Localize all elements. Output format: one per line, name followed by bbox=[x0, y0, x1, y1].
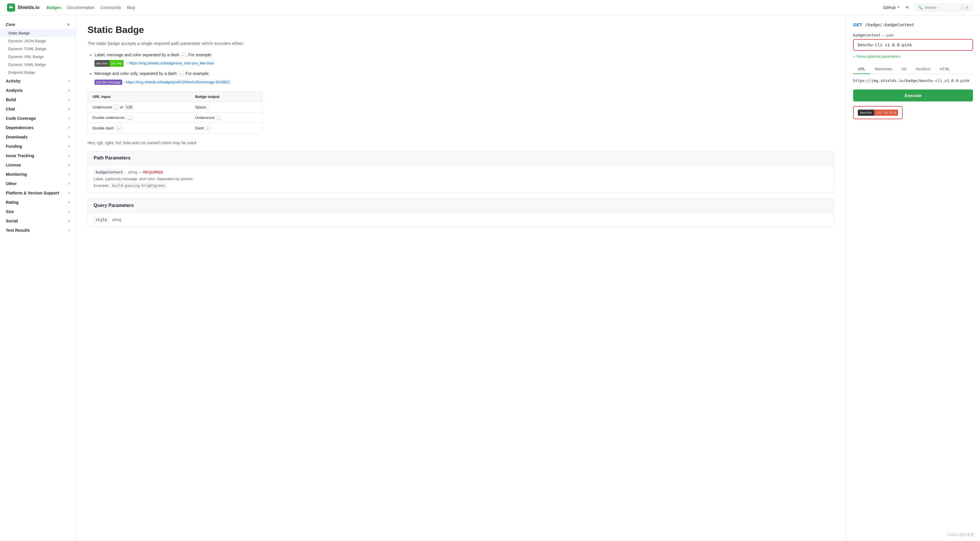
tab-html[interactable]: HTML bbox=[935, 64, 955, 74]
header-right: GitHub ↗ ☀ 🔍 / K bbox=[883, 4, 973, 11]
search-input[interactable] bbox=[924, 5, 959, 10]
k-kbd: K bbox=[965, 5, 970, 10]
param-name-badge-content: badgeContent bbox=[94, 169, 125, 175]
show-optional-btn[interactable]: + Show optional parameters bbox=[853, 54, 973, 59]
chevron-right-icon: › bbox=[68, 98, 70, 102]
table-row: Double dash -- Dash - bbox=[88, 123, 262, 133]
sidebar-item-dynamic-xml[interactable]: Dynamic XML Badge bbox=[0, 53, 76, 60]
endpoint-path: /badge/:badgeContent bbox=[865, 22, 915, 27]
sidebar-monitoring-section[interactable]: Monitoring › bbox=[0, 170, 76, 179]
sidebar-dependencies-section[interactable]: Dependencies › bbox=[0, 123, 76, 132]
sidebar-activity-section[interactable]: Activity › bbox=[0, 76, 76, 86]
badge-example-2: just the message bbox=[94, 79, 122, 85]
sidebar-issue-tracking-section[interactable]: Issue Tracking › bbox=[0, 151, 76, 160]
main-content: Static Badge The static badge accepts a … bbox=[76, 15, 846, 541]
github-link[interactable]: GitHub ↗ bbox=[883, 5, 899, 10]
sidebar-item-dynamic-toml[interactable]: Dynamic TOML Badge bbox=[0, 45, 76, 53]
sidebar-core-section[interactable]: Core ∨ bbox=[0, 20, 76, 29]
sidebar-downloads-section[interactable]: Downloads › bbox=[0, 132, 76, 142]
query-params-header: Query Parameters bbox=[88, 199, 834, 213]
query-params-body: style string bbox=[88, 213, 834, 227]
chevron-right-icon: › bbox=[68, 107, 70, 111]
sidebar-license-section[interactable]: License › bbox=[0, 160, 76, 170]
chevron-right-icon: › bbox=[68, 172, 70, 176]
sidebar: Core ∨ Static Badge Dynamic JSON Badge D… bbox=[0, 15, 76, 541]
theme-toggle[interactable]: ☀ bbox=[904, 5, 910, 11]
required-badge: REQUIRED bbox=[143, 170, 163, 174]
badge-result-right: cli v1.0.0 bbox=[874, 109, 898, 116]
example-link-1[interactable]: https://img.shields.io/badge/any_text-yo… bbox=[129, 61, 214, 65]
svg-rect-1 bbox=[10, 7, 13, 8]
nav-blog[interactable]: Blog bbox=[127, 5, 135, 10]
layout: Core ∨ Static Badge Dynamic JSON Badge D… bbox=[0, 15, 980, 541]
sidebar-funding-section[interactable]: Funding › bbox=[0, 142, 76, 151]
sidebar-build-section[interactable]: Build › bbox=[0, 95, 76, 104]
tab-asciidoc[interactable]: AsciiDoc bbox=[911, 64, 935, 74]
nav-documentation[interactable]: Documentation bbox=[67, 5, 94, 10]
external-link-icon: ↗ bbox=[897, 6, 899, 10]
bullet-item-2: Message and color only, separated by a d… bbox=[94, 70, 834, 85]
chevron-right-icon: › bbox=[68, 219, 70, 223]
table-row: Underscore _ or %20 Space bbox=[88, 102, 262, 112]
sidebar-platform-section[interactable]: Platform & Version Support › bbox=[0, 188, 76, 198]
bullet-list: Label, message and color separated by a … bbox=[94, 52, 834, 86]
sidebar-chat-section[interactable]: Chat › bbox=[0, 104, 76, 114]
chevron-right-icon: › bbox=[68, 135, 70, 139]
chevron-right-icon: › bbox=[68, 125, 70, 130]
chevron-right-icon: › bbox=[68, 163, 70, 167]
sidebar-item-dynamic-yaml[interactable]: Dynamic YAML Badge bbox=[0, 60, 76, 68]
search-icon: 🔍 bbox=[918, 5, 923, 10]
main-nav: Badges Documentation Community Blog bbox=[47, 5, 876, 10]
table-row: Double underscore __ Underscore _ bbox=[88, 112, 262, 123]
param-label-name: badgeContent bbox=[853, 33, 881, 37]
param-desc: Label, (optional) message, and color. Se… bbox=[94, 177, 828, 181]
chevron-right-icon: › bbox=[68, 191, 70, 195]
path-params-header: Path Parameters bbox=[88, 151, 834, 165]
sidebar-size-section[interactable]: Size › bbox=[0, 207, 76, 216]
right-panel: GET /badge/:badgeContent badgeContent — … bbox=[846, 15, 980, 541]
col-header-url: URL input bbox=[88, 92, 191, 102]
hex-note: Hex, rgb, rgba, hsl, hsla and css named … bbox=[88, 141, 834, 145]
chevron-right-icon: › bbox=[68, 88, 70, 92]
sidebar-other-section[interactable]: Other › bbox=[0, 179, 76, 188]
output-url: https://img.shields.io/badge/benchu-cli_… bbox=[853, 78, 973, 84]
logo-icon bbox=[7, 3, 15, 12]
endpoint-line: GET /badge/:badgeContent bbox=[853, 22, 973, 27]
execute-button[interactable]: Execute bbox=[853, 89, 973, 102]
chevron-right-icon: › bbox=[68, 182, 70, 186]
chevron-right-icon: › bbox=[68, 144, 70, 148]
page-title: Static Badge bbox=[88, 24, 834, 35]
slash-kbd: / bbox=[961, 5, 964, 10]
sidebar-item-static-badge[interactable]: Static Badge bbox=[0, 29, 76, 37]
page-description: The static badge accepts a single requir… bbox=[88, 40, 834, 47]
param-label-kind: — path bbox=[882, 33, 894, 37]
chevron-right-icon: › bbox=[68, 79, 70, 83]
nav-badges[interactable]: Badges bbox=[47, 5, 62, 10]
sidebar-code-coverage-section[interactable]: Code Coverage › bbox=[0, 114, 76, 123]
query-params-section: Query Parameters style string bbox=[88, 198, 834, 227]
badge-example-1: any text you like bbox=[94, 60, 124, 67]
chevron-right-icon: › bbox=[68, 209, 70, 214]
http-method: GET bbox=[853, 22, 862, 27]
sidebar-analysis-section[interactable]: Analysis › bbox=[0, 86, 76, 95]
path-params-section: Path Parameters badgeContent string — RE… bbox=[88, 151, 834, 193]
badge-content-input[interactable] bbox=[854, 40, 972, 50]
watermark: CSDN @田本初 bbox=[947, 532, 974, 538]
header: Shields.io Badges Documentation Communit… bbox=[0, 0, 980, 15]
logo-area: Shields.io bbox=[7, 3, 40, 12]
sidebar-item-dynamic-json[interactable]: Dynamic JSON Badge bbox=[0, 37, 76, 45]
svg-rect-2 bbox=[10, 6, 12, 7]
chevron-down-icon: ∨ bbox=[67, 22, 70, 27]
sidebar-item-endpoint-badge[interactable]: Endpoint Badge bbox=[0, 68, 76, 76]
sidebar-test-results-section[interactable]: Test Results › bbox=[0, 225, 76, 235]
sidebar-social-section[interactable]: Social › bbox=[0, 216, 76, 225]
sidebar-rating-section[interactable]: Rating › bbox=[0, 198, 76, 207]
tab-url[interactable]: URL bbox=[853, 64, 870, 74]
tab-rst[interactable]: rSt bbox=[897, 64, 911, 74]
tab-markdown[interactable]: Markdown bbox=[870, 64, 897, 74]
search-box[interactable]: 🔍 / K bbox=[915, 4, 973, 11]
param-example: Example: build-passing-brightgreen bbox=[94, 183, 828, 188]
nav-community[interactable]: Community bbox=[100, 5, 121, 10]
example-link-2[interactable]: https://img.shields.io/badge/just%20the%… bbox=[126, 80, 230, 84]
badge-result: benchu cli v1.0.0 bbox=[853, 106, 903, 119]
